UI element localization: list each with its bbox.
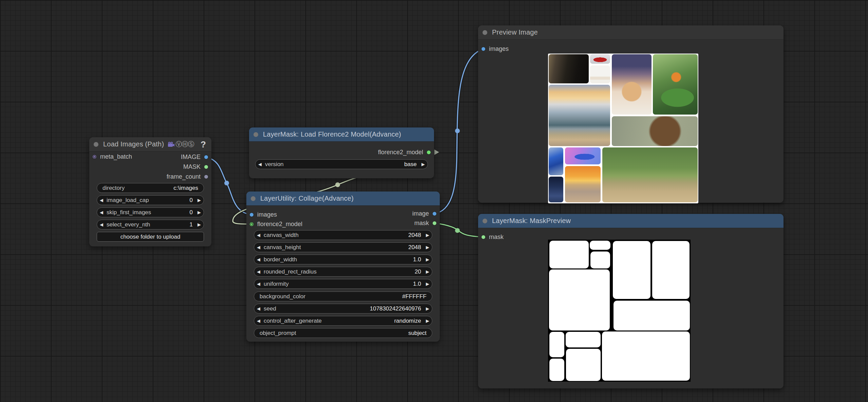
decrement-arrow-icon[interactable]: ◀ — [97, 198, 106, 203]
widget-label: uniformity — [263, 281, 289, 287]
widget-value[interactable]: c:\images — [125, 185, 204, 192]
widget-value[interactable]: 1.0 — [289, 281, 423, 287]
decrement-arrow-icon[interactable]: ◀ — [97, 222, 106, 227]
output-port-image[interactable]: image — [412, 210, 440, 217]
output-port-frame_count[interactable]: frame_count — [167, 173, 211, 180]
node-titlebar[interactable]: LayerMask: Load Florence2 Model(Advance) — [249, 127, 434, 142]
node-mask-preview[interactable]: LayerMask: MaskPreview mask — [478, 214, 784, 388]
port-label: frame_count — [167, 173, 201, 180]
port-dot[interactable] — [204, 155, 208, 159]
port-dot[interactable] — [481, 235, 486, 239]
port-dot[interactable] — [204, 165, 208, 169]
node-titlebar[interactable]: Load Images (Path) ⓋⒽⓈ — [89, 137, 211, 152]
port-dot[interactable] — [432, 212, 437, 216]
port-dot[interactable] — [481, 47, 486, 51]
port-dot[interactable] — [249, 222, 254, 226]
collage-tile-group-photo — [602, 147, 698, 202]
widget-value[interactable]: 1078302422640976 — [276, 305, 423, 312]
widget-directory[interactable]: directoryc:\images — [97, 183, 204, 193]
widget-value[interactable]: 2048 — [301, 244, 423, 251]
node-title: Load Images (Path) — [103, 140, 164, 148]
node-title: Preview Image — [492, 28, 538, 36]
output-port-MASK[interactable]: MASK — [183, 163, 211, 170]
decrement-arrow-icon[interactable]: ◀ — [254, 233, 263, 238]
increment-arrow-icon[interactable]: ▶ — [423, 233, 432, 238]
input-port-images[interactable]: images — [246, 211, 277, 218]
increment-arrow-icon[interactable]: ▶ — [423, 306, 432, 311]
widget-rounded_rect_radius[interactable]: ◀rounded_rect_radius20▶ — [254, 267, 432, 277]
increment-arrow-icon[interactable]: ▶ — [195, 222, 204, 227]
node-graph-canvas[interactable]: Load Images (Path) ⓋⒽⓈ ? meta_batchIMAGE… — [0, 0, 868, 402]
increment-arrow-icon[interactable]: ▶ — [195, 210, 204, 215]
decrement-arrow-icon[interactable]: ◀ — [254, 281, 263, 286]
widget-border_width[interactable]: ◀border_width1.0▶ — [254, 255, 432, 264]
widget-value[interactable]: base — [284, 161, 419, 168]
widget-value[interactable]: 1 — [150, 221, 195, 228]
decrement-arrow-icon[interactable]: ◀ — [254, 257, 263, 262]
widget-label: directory — [97, 185, 125, 192]
node-load-images-path[interactable]: Load Images (Path) ⓋⒽⓈ ? meta_batchIMAGE… — [89, 137, 211, 246]
input-port-meta_batch[interactable]: meta_batch — [89, 153, 132, 160]
collapse-dot[interactable] — [251, 196, 256, 201]
output-port-mask[interactable]: mask — [414, 219, 440, 227]
port-dot[interactable] — [432, 221, 437, 225]
decrement-arrow-icon[interactable]: ◀ — [254, 269, 263, 274]
widget-value[interactable]: 20 — [317, 268, 423, 275]
widget-value[interactable]: 2048 — [299, 232, 423, 239]
widget-value[interactable]: randomize — [322, 318, 423, 324]
widget-control_after_generate[interactable]: ◀control_after_generaterandomize▶ — [254, 316, 432, 326]
widget-canvas_width[interactable]: ◀canvas_width2048▶ — [254, 230, 432, 240]
decrement-arrow-icon[interactable]: ◀ — [256, 162, 264, 167]
choose-folder-button[interactable]: choose folder to upload — [97, 232, 204, 242]
collapse-dot[interactable] — [483, 30, 487, 35]
widget-skip_first_images[interactable]: ◀skip_first_images0▶ — [97, 207, 204, 217]
widget-background_color[interactable]: background_color#FFFFFF — [254, 292, 432, 301]
input-port-florence2_model[interactable]: florence2_model — [246, 220, 302, 228]
widget-value[interactable]: 0 — [149, 197, 195, 204]
node-titlebar[interactable]: Preview Image — [478, 25, 784, 40]
increment-arrow-icon[interactable]: ▶ — [423, 245, 432, 250]
widget-label: skip_first_images — [106, 209, 151, 216]
collapse-dot[interactable] — [94, 142, 98, 147]
port-dot[interactable] — [92, 155, 97, 159]
widget-value[interactable]: 1.0 — [297, 256, 423, 263]
port-label: mask — [414, 220, 429, 226]
increment-arrow-icon[interactable]: ▶ — [419, 162, 428, 167]
decrement-arrow-icon[interactable]: ◀ — [254, 318, 263, 323]
decrement-arrow-icon[interactable]: ◀ — [97, 210, 106, 215]
node-titlebar[interactable]: LayerUtility: Collage(Advance) — [246, 192, 440, 206]
widget-seed[interactable]: ◀seed1078302422640976▶ — [254, 304, 432, 314]
node-titlebar[interactable]: LayerMask: MaskPreview — [478, 214, 784, 228]
input-port-mask[interactable]: mask — [478, 233, 504, 241]
output-port-IMAGE[interactable]: IMAGE — [181, 153, 211, 161]
output-port-florence2_model[interactable]: florence2_model — [378, 148, 434, 156]
widget-version[interactable]: ◀versionbase▶ — [255, 159, 428, 169]
increment-arrow-icon[interactable]: ▶ — [423, 281, 432, 286]
increment-arrow-icon[interactable]: ▶ — [423, 257, 432, 262]
widget-value[interactable]: 0 — [151, 209, 195, 216]
port-dot[interactable] — [204, 175, 208, 179]
port-label: IMAGE — [181, 154, 201, 160]
node-preview-image[interactable]: Preview Image images — [478, 25, 784, 203]
port-dot[interactable] — [427, 150, 431, 155]
node-florence2-loader[interactable]: LayerMask: Load Florence2 Model(Advance)… — [249, 127, 434, 178]
input-port-images[interactable]: images — [478, 45, 509, 53]
widget-uniformity[interactable]: ◀uniformity1.0▶ — [254, 279, 432, 289]
port-dot[interactable] — [249, 213, 254, 217]
increment-arrow-icon[interactable]: ▶ — [195, 198, 204, 203]
widget-value[interactable]: subject — [296, 330, 432, 337]
increment-arrow-icon[interactable]: ▶ — [423, 269, 432, 274]
widget-canvas_height[interactable]: ◀canvas_height2048▶ — [254, 242, 432, 252]
widget-image_load_cap[interactable]: ◀image_load_cap0▶ — [97, 195, 204, 205]
collapse-dot[interactable] — [483, 219, 487, 223]
widget-select_every_nth[interactable]: ◀select_every_nth1▶ — [97, 220, 204, 229]
collage-preview-image — [548, 54, 698, 203]
increment-arrow-icon[interactable]: ▶ — [423, 318, 432, 323]
widget-value[interactable]: #FFFFFF — [305, 293, 432, 300]
widget-object_prompt[interactable]: object_promptsubject — [254, 328, 432, 338]
decrement-arrow-icon[interactable]: ◀ — [254, 306, 263, 311]
collapse-dot[interactable] — [253, 132, 258, 137]
node-collage-advance[interactable]: LayerUtility: Collage(Advance) imagesflo… — [246, 192, 440, 342]
help-icon[interactable]: ? — [201, 139, 206, 150]
decrement-arrow-icon[interactable]: ◀ — [254, 245, 263, 250]
